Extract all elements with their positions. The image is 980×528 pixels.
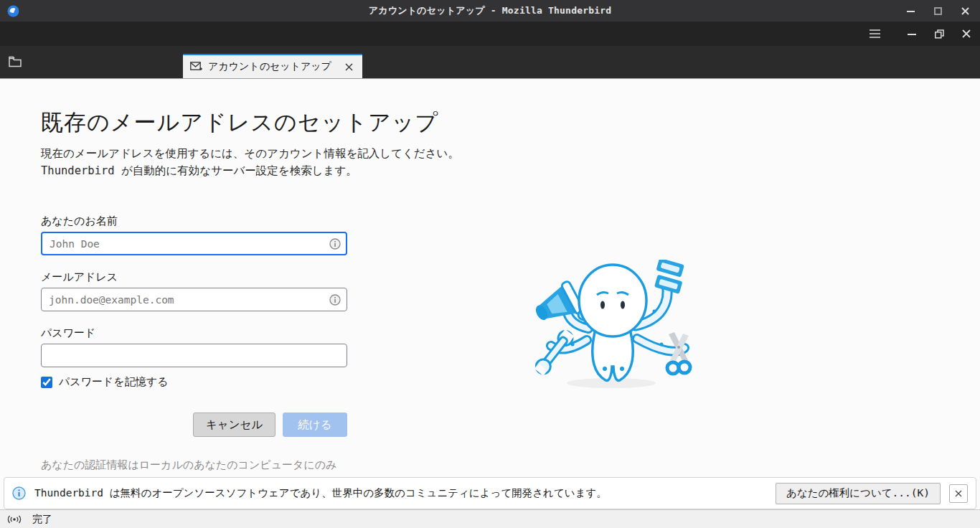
name-field-label: あなたのお名前 bbox=[41, 214, 347, 228]
app-restore-button[interactable] bbox=[931, 26, 947, 42]
email-input[interactable] bbox=[41, 288, 347, 311]
tab-account-setup[interactable]: アカウントのセットアップ bbox=[183, 54, 362, 78]
know-your-rights-button[interactable]: あなたの権利について...(K) bbox=[776, 483, 941, 504]
subtitle-line2: Thunderbird が自動的に有効なサーバー設定を検索します。 bbox=[41, 162, 471, 179]
tab-bar: アカウントのセットアップ bbox=[0, 46, 980, 79]
app-close-button[interactable] bbox=[958, 26, 974, 42]
account-setup-form: あなたのお名前 メールアドレス bbox=[41, 214, 347, 481]
window-maximize-button[interactable] bbox=[930, 3, 946, 19]
remember-password-checkbox[interactable] bbox=[41, 377, 52, 388]
tab-close-icon[interactable] bbox=[342, 60, 355, 73]
notification-message: Thunderbird は無料のオープンソースソフトウェアであり、世界中の多数の… bbox=[34, 486, 776, 500]
page-title: 既存のメールアドレスのセットアップ bbox=[41, 106, 471, 138]
status-bar: 完了 bbox=[0, 509, 980, 528]
continue-button[interactable]: 続ける bbox=[283, 412, 347, 437]
octopus-mascot-illustration bbox=[535, 260, 693, 392]
password-input[interactable] bbox=[41, 344, 347, 367]
status-text: 完了 bbox=[32, 513, 52, 526]
window-close-button[interactable] bbox=[957, 3, 973, 19]
email-info-icon[interactable] bbox=[329, 294, 341, 306]
new-account-envelope-icon bbox=[190, 62, 202, 72]
account-setup-page: 既存のメールアドレスのセットアップ 現在のメールアドレスを使用するには、そのアカ… bbox=[0, 79, 980, 509]
cancel-button[interactable]: キャンセル bbox=[193, 412, 275, 437]
name-input[interactable] bbox=[41, 232, 347, 255]
tab-label: アカウントのセットアップ bbox=[208, 60, 342, 73]
app-toolbar bbox=[0, 22, 980, 46]
mail-space-folder-icon[interactable] bbox=[9, 56, 22, 67]
app-minimize-button[interactable] bbox=[904, 26, 920, 42]
name-info-icon[interactable] bbox=[329, 238, 341, 250]
window-titlebar: アカウントのセットアップ - Mozilla Thunderbird bbox=[0, 0, 980, 22]
network-activity-icon bbox=[7, 514, 22, 524]
password-field-label: パスワード bbox=[41, 326, 347, 340]
remember-password-label: パスワードを記憶する bbox=[59, 375, 168, 389]
info-notification-bar: Thunderbird は無料のオープンソースソフトウェアであり、世界中の多数の… bbox=[4, 477, 976, 509]
app-menu-hamburger-icon[interactable] bbox=[867, 26, 882, 42]
email-field-label: メールアドレス bbox=[41, 270, 347, 284]
info-icon bbox=[12, 486, 26, 500]
notification-close-button[interactable] bbox=[949, 484, 968, 503]
window-minimize-button[interactable] bbox=[903, 3, 918, 19]
window-title: アカウントのセットアップ - Mozilla Thunderbird bbox=[0, 4, 980, 17]
subtitle-line1: 現在のメールアドレスを使用するには、そのアカウント情報を記入してください。 bbox=[41, 145, 471, 162]
